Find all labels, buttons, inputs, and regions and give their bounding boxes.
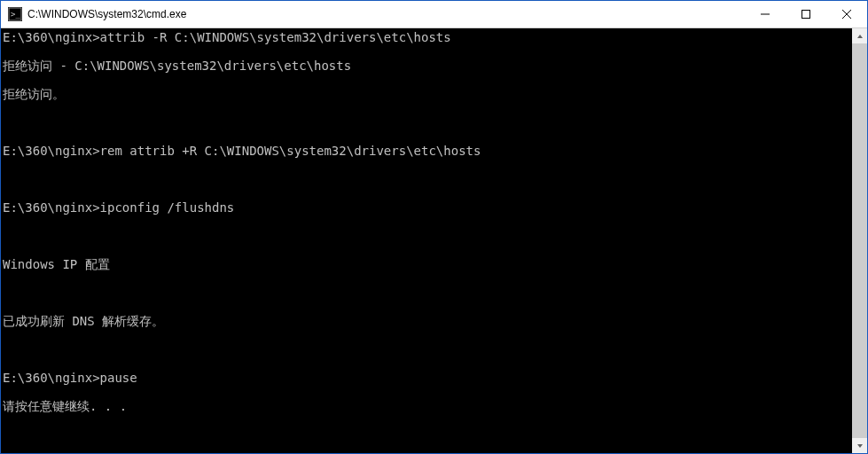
output-text: 请按任意键继续. . . [3,399,127,413]
command-text: ipconfig /flushdns [100,200,235,215]
cmd-window: >_ C:\WINDOWS\system32\cmd.exe E:\360\ng… [0,0,868,454]
output-text [3,229,10,243]
terminal-line: 请按任意键继续. . . [3,399,852,413]
terminal-line: E:\360\nginx>attrib -R C:\WINDOWS\system… [3,30,852,44]
minimize-button[interactable] [745,1,786,27]
scroll-up-button[interactable] [852,28,867,43]
svg-marker-7 [857,35,863,38]
prompt: E:\360\nginx> [3,144,100,158]
scrollbar-thumb[interactable] [852,43,867,438]
terminal-line [3,286,852,300]
terminal-line: 拒绝访问 - C:\WINDOWS\system32\drivers\etc\h… [3,59,852,73]
window-title: C:\WINDOWS\system32\cmd.exe [27,8,186,20]
output-text: 拒绝访问 - C:\WINDOWS\system32\drivers\etc\h… [3,59,351,73]
terminal-line: E:\360\nginx>ipconfig /flushdns [3,200,852,215]
terminal-line [3,172,852,186]
scrollbar-track[interactable] [852,43,867,438]
prompt: E:\360\nginx> [3,371,100,385]
titlebar[interactable]: >_ C:\WINDOWS\system32\cmd.exe [1,1,867,28]
output-text: 已成功刷新 DNS 解析缓存。 [3,314,164,328]
prompt: E:\360\nginx> [3,200,100,215]
scroll-down-button[interactable] [852,438,867,453]
maximize-button[interactable] [786,1,826,27]
terminal-line: 已成功刷新 DNS 解析缓存。 [3,314,852,328]
close-button[interactable] [826,1,867,27]
prompt: E:\360\nginx> [3,30,100,44]
vertical-scrollbar[interactable] [852,28,867,453]
terminal-line: E:\360\nginx>pause [3,371,852,385]
svg-marker-8 [857,444,863,448]
svg-text:>_: >_ [11,10,20,19]
output-text [3,115,10,129]
output-text [3,286,10,300]
terminal-line [3,342,852,356]
terminal-line [3,115,852,129]
terminal-line: E:\360\nginx>rem attrib +R C:\WINDOWS\sy… [3,144,852,158]
command-text: rem attrib +R C:\WINDOWS\system32\driver… [100,144,481,158]
output-text: Windows IP 配置 [3,257,110,271]
terminal-line [3,229,852,243]
command-text: pause [100,371,137,385]
terminal-line: 拒绝访问。 [3,87,852,101]
svg-rect-4 [802,11,810,19]
terminal-output[interactable]: E:\360\nginx>attrib -R C:\WINDOWS\system… [1,28,852,453]
output-text: 拒绝访问。 [3,87,65,101]
content-wrap: E:\360\nginx>attrib -R C:\WINDOWS\system… [1,28,867,453]
cmd-icon: >_ [8,7,22,21]
output-text [3,172,10,186]
command-text: attrib -R C:\WINDOWS\system32\drivers\et… [100,30,451,44]
terminal-line: Windows IP 配置 [3,257,852,271]
output-text [3,342,10,356]
